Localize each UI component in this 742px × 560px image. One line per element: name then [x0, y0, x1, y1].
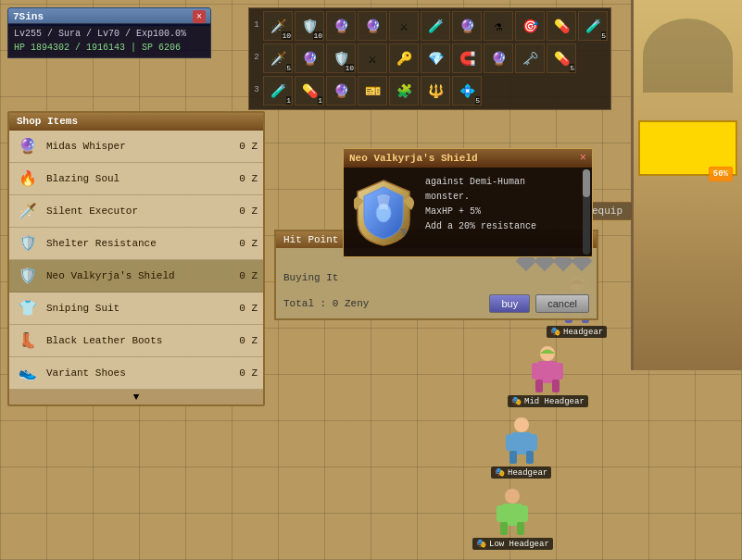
popup-scrollbar-thumb[interactable] — [583, 169, 590, 197]
inv-slot[interactable]: 🗡️10 — [263, 11, 293, 41]
shop-item-neo-valkyrja-shield[interactable]: 🛡️ Neo Valkyrja's Shield 0 Z — [9, 260, 263, 292]
npc-low-headgear[interactable]: 🎭 Low Headgear — [472, 485, 553, 550]
svg-rect-15 — [509, 451, 517, 464]
corner-badge: 50% — [709, 167, 733, 181]
npc-sprite — [503, 414, 540, 465]
inv-slot[interactable]: 🎯 — [515, 11, 545, 41]
inv-slot[interactable]: 🛡️10 — [326, 44, 356, 73]
inv-slot[interactable]: 💊1 — [295, 76, 324, 106]
item-name: Black Leather Boots — [46, 335, 235, 346]
svg-rect-16 — [526, 451, 534, 464]
npc-sprite — [529, 342, 566, 393]
svg-rect-21 — [500, 522, 508, 535]
buying-label: Buying It — [283, 272, 589, 283]
item-price: 0 Z — [239, 141, 258, 152]
inv-slot[interactable]: 🛡️10 — [295, 11, 324, 41]
window-title: 7Sins — [13, 11, 44, 22]
inv-slot[interactable]: 🔮 — [484, 44, 513, 73]
npc-icon: 🎭 — [550, 327, 560, 337]
svg-rect-9 — [535, 380, 543, 392]
shop-item-blazing-soul[interactable]: 🔥 Blazing Soul 0 Z — [9, 163, 263, 195]
item-price: 0 Z — [239, 205, 258, 217]
total-text: Total : 0 Zeny — [283, 298, 369, 309]
inv-slot[interactable]: 💠5 — [452, 76, 482, 106]
inv-slot[interactable]: ⚔️ — [389, 11, 419, 41]
player-hp-line: HP 1894302 / 1916143 | SP 6206 — [14, 41, 205, 55]
cancel-button[interactable]: cancel — [535, 294, 589, 313]
item-name: Midas Whisper — [46, 141, 235, 152]
inv-slot[interactable]: 🗡️5 — [263, 44, 293, 73]
inv-slot[interactable]: 🗝️ — [515, 44, 545, 73]
shop-item-midas-whisper[interactable]: 🔮 Midas Whisper 0 Z — [9, 131, 263, 163]
midas-whisper-icon: 🔮 — [15, 133, 41, 159]
svg-rect-18 — [531, 434, 537, 451]
svg-rect-22 — [517, 522, 524, 535]
npc-icon: 🎭 — [476, 539, 486, 549]
svg-rect-10 — [552, 380, 560, 392]
hit-point-label: Hit Point — [283, 234, 338, 245]
buy-button[interactable]: buy — [489, 294, 530, 313]
inv-slot[interactable]: 🧲 — [452, 44, 482, 73]
shop-item-shelter-resistance[interactable]: 🛡️ Shelter Resistance 0 Z — [9, 228, 263, 260]
inv-slot[interactable]: 🔮 — [326, 11, 356, 41]
inv-slot[interactable]: 🔮 — [326, 76, 356, 106]
inv-slot[interactable]: 💊5 — [547, 44, 576, 73]
popup-desc-line2: monster. — [425, 190, 536, 205]
npc-label-low-headgear: 🎭 Low Headgear — [472, 538, 553, 550]
npc-mid-headgear[interactable]: 🎭 Mid Headgear — [508, 342, 588, 407]
inv-slot[interactable]: 🧪1 — [263, 76, 293, 106]
scroll-down-button[interactable]: ▼ — [9, 390, 263, 404]
shop-panel: Shop Items 🔮 Midas Whisper 0 Z 🔥 Blazing… — [7, 111, 265, 406]
shield-image — [351, 175, 416, 249]
svg-point-19 — [505, 489, 520, 504]
item-name: Silent Executor — [46, 205, 235, 217]
inv-slot[interactable]: ⚗️ — [484, 11, 513, 41]
item-price: 0 Z — [239, 270, 258, 281]
shop-item-variant-shoes[interactable]: 👟 Variant Shoes 0 Z — [9, 357, 263, 390]
npc-icon: 🎭 — [511, 396, 522, 406]
building-right — [631, 0, 742, 370]
npc-label-headgear-bottom: 🎭 Headgear — [491, 467, 551, 479]
shop-item-black-leather-boots[interactable]: 👢 Black Leather Boots 0 Z — [9, 325, 263, 357]
shop-item-silent-executor[interactable]: 🗡️ Silent Executor 0 Z — [9, 195, 263, 228]
npc-sprite — [494, 485, 531, 536]
item-price: 0 Z — [239, 173, 258, 184]
popup-title: Neo Valkyrja's Shield — [349, 153, 478, 164]
inv-slot[interactable]: 💎 — [421, 44, 450, 73]
inv-slot[interactable]: 🔱 — [421, 76, 450, 106]
npc-headgear-bottom[interactable]: 🎭 Headgear — [491, 414, 551, 479]
svg-rect-17 — [506, 434, 512, 451]
buy-content: Buying It Total : 0 Zeny buy cancel — [276, 248, 597, 318]
inv-row-2: 2 🗡️5 🔮 🛡️10 ⚔️ 🔑 💎 🧲 🔮 🗝️ 💊5 — [251, 43, 609, 74]
item-name: Variant Shoes — [46, 367, 235, 379]
inv-slot[interactable]: 🔑 — [389, 44, 419, 73]
total-row: Total : 0 Zeny buy cancel — [283, 291, 589, 313]
item-name: Shelter Resistance — [46, 238, 235, 249]
inv-slot[interactable]: 🧪5 — [578, 11, 608, 41]
item-name: Blazing Soul — [46, 173, 235, 184]
item-name: Sniping Suit — [46, 303, 235, 314]
player-stats-line: Lv255 / Sura / Lv70 / Exp100.0% — [14, 27, 205, 41]
inv-slot[interactable]: 🔮 — [452, 11, 482, 41]
inv-slot[interactable]: 💊 — [547, 11, 576, 41]
inv-slot[interactable]: 🧪 — [421, 11, 450, 41]
inv-slot[interactable]: 🔮 — [358, 11, 387, 41]
close-button[interactable]: × — [193, 10, 206, 23]
popup-close-button[interactable]: × — [580, 152, 586, 165]
inv-slot[interactable]: 🎫 — [358, 76, 387, 106]
inv-row-1: 1 🗡️10 🛡️10 🔮 🔮 ⚔️ 🧪 🔮 ⚗️ 🎯 💊 🧪5 — [251, 10, 609, 42]
shop-item-sniping-suit[interactable]: 👕 Sniping Suit 0 Z — [9, 292, 263, 325]
svg-rect-11 — [532, 363, 538, 380]
npc-label-mid-headgear: 🎭 Mid Headgear — [508, 395, 588, 407]
inv-slot[interactable]: 🔮 — [295, 44, 324, 73]
black-leather-boots-icon: 👢 — [15, 328, 41, 354]
inv-slot[interactable]: 🧩 — [389, 76, 419, 106]
svg-rect-24 — [522, 505, 528, 522]
shop-title: Shop Items — [9, 113, 263, 131]
item-price: 0 Z — [239, 303, 258, 314]
item-popup: Neo Valkyrja's Shield × — [343, 148, 593, 257]
npc-icon: 🎭 — [495, 467, 505, 478]
popup-scrollbar[interactable] — [583, 169, 590, 255]
popup-description: against Demi-Human monster. MaxHP + 5% A… — [425, 175, 536, 249]
inv-slot[interactable]: ⚔️ — [358, 44, 387, 73]
